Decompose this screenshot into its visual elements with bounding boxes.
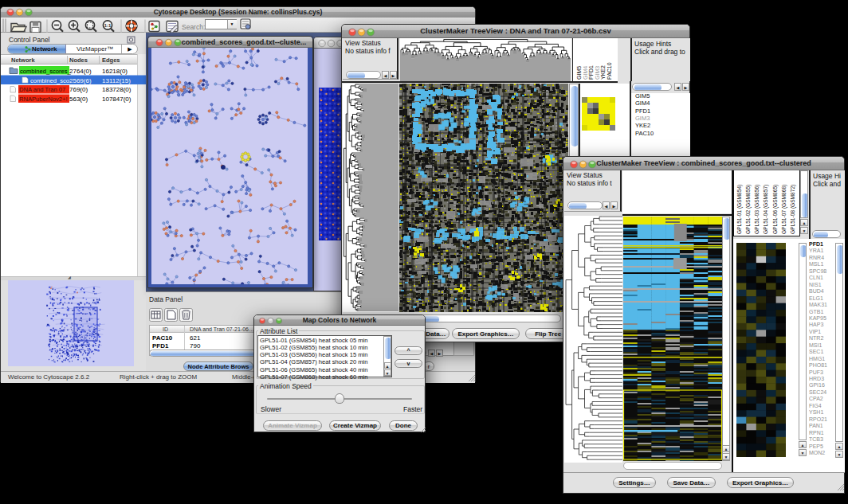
svg-text:GPL51-07 (GSM868): GPL51-07 (GSM868)	[781, 185, 787, 234]
svg-text:HRD3: HRD3	[809, 376, 824, 381]
svg-text:NIS1: NIS1	[809, 282, 822, 287]
svg-text:RPN1: RPN1	[809, 430, 824, 436]
svg-text:PFD1: PFD1	[588, 65, 594, 80]
svg-text:GPL51-02 (GSM855): GPL51-02 (GSM855)	[745, 185, 752, 234]
svg-text:KAP95: KAP95	[809, 315, 826, 321]
svg-text:MSL1: MSL1	[809, 261, 823, 267]
svg-text:GIM5: GIM5	[576, 66, 582, 80]
svg-text:GIM3: GIM3	[595, 66, 600, 80]
svg-text:PEP5: PEP5	[809, 443, 823, 449]
svg-text:563(0): 563(0)	[69, 96, 88, 103]
svg-text:13112(15): 13112(15)	[102, 77, 131, 84]
svg-text:CPA2: CPA2	[809, 396, 823, 401]
svg-text:16218(0): 16218(0)	[102, 68, 128, 75]
svg-text:GPL51-01 (GSM854): GPL51-01 (GSM854)	[736, 185, 743, 234]
svg-text:SPC98: SPC98	[809, 268, 826, 274]
svg-text:NTR2: NTR2	[809, 335, 823, 341]
svg-text:1:1: 1:1	[104, 23, 112, 28]
svg-text:MSI1: MSI1	[809, 342, 822, 348]
svg-text:ELG1: ELG1	[809, 295, 823, 301]
svg-text:HAP3: HAP3	[809, 322, 823, 327]
svg-text:GPI16: GPI16	[809, 382, 825, 388]
svg-text:combined_sco: combined_sco	[30, 77, 69, 84]
svg-text:MAK31: MAK31	[809, 302, 827, 307]
svg-text:GPL51-04 (GSM857): GPL51-04 (GSM857)	[763, 185, 769, 234]
svg-text:DNA and Tran 07: DNA and Tran 07	[19, 86, 65, 93]
svg-text:SEC24: SEC24	[809, 389, 826, 395]
svg-text:PAN1: PAN1	[809, 423, 823, 428]
svg-text:GPL51-08 (GSM872): GPL51-08 (GSM872)	[790, 185, 796, 234]
svg-text:PFD1: PFD1	[809, 241, 823, 247]
svg-text:SEC1: SEC1	[809, 349, 823, 354]
svg-text:RPO21: RPO21	[809, 416, 827, 422]
svg-text:769(0): 769(0)	[69, 86, 88, 93]
svg-text:MON2: MON2	[809, 450, 825, 455]
svg-text:RNR4: RNR4	[809, 255, 824, 260]
svg-text:PHO81: PHO81	[809, 362, 827, 368]
svg-text:VIP1: VIP1	[809, 329, 821, 334]
svg-text:YRA1: YRA1	[809, 248, 823, 253]
svg-text:YKE2: YKE2	[600, 65, 606, 80]
svg-text:GPL51-06 (GSM865): GPL51-06 (GSM865)	[772, 185, 779, 234]
svg-text:2569(6): 2569(6)	[69, 77, 92, 84]
svg-text:GIM4: GIM4	[583, 66, 588, 80]
svg-text:2764(0): 2764(0)	[69, 68, 92, 75]
svg-text:FIG4: FIG4	[809, 403, 822, 408]
svg-text:TCB3: TCB3	[809, 436, 823, 442]
svg-text:PAC10: PAC10	[607, 62, 612, 80]
svg-text:107847(0): 107847(0)	[102, 96, 132, 103]
svg-text:GPL51-03 (GSM856): GPL51-03 (GSM856)	[754, 185, 760, 234]
svg-text:BUD4: BUD4	[809, 288, 824, 294]
svg-text:YSH1: YSH1	[809, 409, 823, 415]
svg-text:CLN1: CLN1	[809, 275, 823, 280]
svg-text:HMG1: HMG1	[809, 356, 825, 361]
svg-text:RNAPuberNov2+!: RNAPuberNov2+!	[19, 96, 68, 103]
svg-text:PUF3: PUF3	[809, 369, 823, 375]
svg-text:combined_scores_: combined_scores_	[20, 68, 72, 75]
svg-text:GTB1: GTB1	[809, 309, 823, 315]
svg-text:183728(0): 183728(0)	[102, 86, 132, 93]
